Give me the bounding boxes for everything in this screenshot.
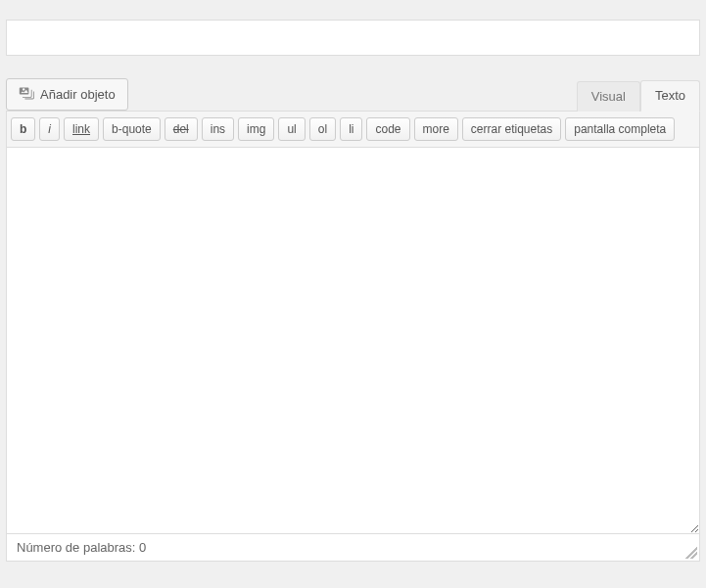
qt-link-button[interactable]: link	[64, 117, 99, 141]
qt-close-tags-button[interactable]: cerrar etiquetas	[462, 117, 561, 141]
qt-del-button[interactable]: del	[165, 117, 198, 141]
media-tab-row: Añadir objeto Visual Texto	[0, 64, 706, 111]
tab-visual[interactable]: Visual	[577, 81, 640, 112]
status-bar: Número de palabras: 0	[6, 534, 700, 562]
qt-code-button[interactable]: code	[366, 117, 409, 141]
editor-tabs: Visual Texto	[577, 79, 700, 111]
resize-grip-icon[interactable]	[685, 547, 697, 559]
media-icon	[19, 85, 34, 104]
tab-text[interactable]: Texto	[640, 80, 700, 112]
content-textarea[interactable]	[6, 148, 700, 534]
qt-ins-button[interactable]: ins	[202, 117, 234, 141]
tab-visual-label: Visual	[591, 89, 626, 104]
word-count-value: 0	[139, 540, 146, 555]
word-count-label: Número de palabras:	[17, 540, 139, 555]
post-title-input[interactable]	[6, 20, 700, 56]
quicktags-toolbar: b i link b-quote del ins img ul ol li co…	[6, 111, 700, 148]
editor-wrap: b i link b-quote del ins img ul ol li co…	[6, 111, 700, 562]
qt-more-button[interactable]: more	[414, 117, 458, 141]
qt-ul-button[interactable]: ul	[278, 117, 305, 141]
add-media-button[interactable]: Añadir objeto	[6, 78, 128, 111]
tab-text-label: Texto	[655, 88, 685, 103]
qt-li-button[interactable]: li	[340, 117, 362, 141]
editor-container: Añadir objeto Visual Texto b i link b-qu…	[0, 0, 706, 562]
qt-fullscreen-button[interactable]: pantalla completa	[565, 117, 675, 141]
qt-italic-button[interactable]: i	[39, 117, 60, 141]
title-area	[0, 0, 706, 64]
qt-bold-button[interactable]: b	[11, 117, 35, 141]
add-media-label: Añadir objeto	[40, 87, 116, 102]
qt-ol-button[interactable]: ol	[309, 117, 336, 141]
qt-blockquote-button[interactable]: b-quote	[103, 117, 161, 141]
qt-img-button[interactable]: img	[238, 117, 274, 141]
